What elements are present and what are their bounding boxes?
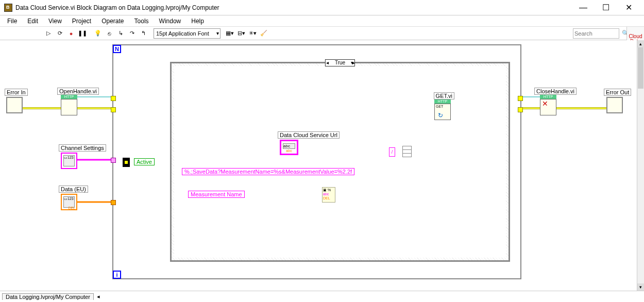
status-bar: Data Logging.lvproj/My Computer ◂ [0, 291, 644, 302]
menu-edit[interactable]: Edit [22, 16, 43, 26]
scroll-thumb[interactable] [638, 47, 643, 89]
close-button[interactable]: ✕ [617, 1, 640, 15]
case-structure[interactable]: True GET.vi HTTP GET ↻ Data Cloud Servic… [170, 62, 510, 262]
run-button[interactable]: ▷ [43, 28, 54, 39]
menu-bar: File Edit View Project Operate Tools Win… [0, 15, 644, 27]
minimize-button[interactable]: — [572, 1, 595, 15]
open-handle-http: HTTP [61, 95, 77, 99]
concatenate-strings-node[interactable] [402, 146, 412, 157]
for-loop-i-terminal[interactable]: i [113, 271, 121, 279]
run-continuous-button[interactable]: ⟳ [55, 28, 65, 39]
for-loop-n-terminal[interactable]: N [113, 45, 121, 53]
get-vi-http: HTTP [434, 99, 451, 104]
menu-view[interactable]: View [43, 16, 67, 26]
open-handle-vi[interactable] [61, 99, 77, 115]
close-handle-vi[interactable]: ✕ [540, 99, 556, 115]
data-eu-terminal[interactable]: ▭123 DEL [61, 194, 77, 210]
search-input[interactable] [573, 28, 619, 39]
app-icon [4, 4, 12, 12]
unbundle-active[interactable]: Active [134, 158, 155, 165]
menu-project[interactable]: Project [67, 16, 96, 26]
status-scroll-left-icon[interactable]: ◂ [97, 293, 100, 300]
cloud-url-node[interactable]: abc abc [280, 140, 298, 155]
title-bar: Data Cloud Service.vi Block Diagram on D… [0, 0, 644, 15]
menu-operate[interactable]: Operate [96, 16, 129, 26]
tunnel-right-1[interactable] [518, 96, 523, 101]
open-handle-label: OpenHandle.vi [57, 88, 99, 95]
case-selector[interactable]: True [325, 59, 355, 66]
string-subset-node[interactable]: / [389, 147, 395, 157]
channel-settings-terminal[interactable]: ▭123 [61, 153, 77, 169]
reorder-icon[interactable]: ✳▾ [247, 28, 258, 39]
tunnel-left-2[interactable] [111, 107, 116, 112]
toolbar: ▷ ⟳ ● ❚❚ 💡 ⎋ ↳ ↷ ↰ 15pt Application Font… [0, 27, 644, 40]
tunnel-left-1[interactable] [111, 96, 116, 101]
vertical-scrollbar[interactable]: ▴ ▾ [637, 40, 644, 291]
format-string-constant[interactable]: %.;SaveData?MeasurementName=%s&Measureme… [182, 168, 354, 175]
tunnel-left-data[interactable] [111, 200, 116, 205]
scroll-down-icon[interactable]: ▾ [637, 283, 644, 291]
menu-help[interactable]: Help [186, 16, 209, 26]
menu-tools[interactable]: Tools [129, 16, 154, 26]
close-handle-label: CloseHandle.vi [534, 88, 577, 95]
get-vi-node[interactable]: GET ↻ [434, 104, 451, 120]
maximize-button[interactable]: ☐ [595, 1, 617, 15]
error-in-terminal[interactable] [6, 97, 23, 113]
window-title: Data Cloud Service.vi Block Diagram on D… [15, 4, 572, 11]
font-selector[interactable]: 15pt Application Font [154, 28, 221, 39]
tunnel-left-channel[interactable] [111, 158, 116, 163]
step-over-icon[interactable]: ↷ [127, 28, 137, 39]
format-into-string-node[interactable]: ▣ %abcDEL [322, 187, 335, 203]
channel-settings-label: Channel Settings [59, 144, 106, 152]
get-vi-label: GET.vi [434, 92, 454, 99]
data-eu-label: Data (EU) [59, 186, 88, 193]
abort-button[interactable]: ● [66, 28, 76, 39]
cleanup-diagram-icon[interactable]: 🧹 [259, 28, 269, 39]
cloud-url-label: Data Cloud Service Url [278, 131, 340, 139]
block-diagram-canvas[interactable]: Error In OpenHandle.vi HTTP Error Out Cl… [0, 40, 637, 291]
step-out-icon[interactable]: ↰ [138, 28, 148, 39]
menu-window[interactable]: Window [154, 16, 187, 26]
error-out-terminal[interactable] [606, 97, 623, 113]
menu-file[interactable]: File [2, 16, 22, 26]
unbundle-by-name-node[interactable] [123, 158, 130, 167]
error-in-label: Error In [5, 89, 28, 96]
pause-button[interactable]: ❚❚ [77, 28, 88, 39]
unbundle-measurement-name[interactable]: Measurement Name [188, 191, 245, 198]
project-path-tab[interactable]: Data Logging.lvproj/My Computer [2, 293, 94, 300]
close-handle-http: HTTP [540, 95, 556, 99]
retain-wire-values-icon[interactable]: ⎋ [104, 28, 114, 39]
tunnel-right-2[interactable] [518, 107, 523, 112]
scroll-up-icon[interactable]: ▴ [637, 40, 644, 47]
highlight-execution-icon[interactable]: 💡 [93, 28, 103, 39]
step-into-icon[interactable]: ↳ [115, 28, 126, 39]
error-out-label: Error Out [604, 89, 631, 96]
align-objects-icon[interactable]: ▦▾ [225, 28, 235, 39]
distribute-objects-icon[interactable]: ⊟▾ [236, 28, 246, 39]
for-loop[interactable]: N i True GET.vi HTTP GET ↻ Data Cloud Se… [112, 44, 521, 279]
